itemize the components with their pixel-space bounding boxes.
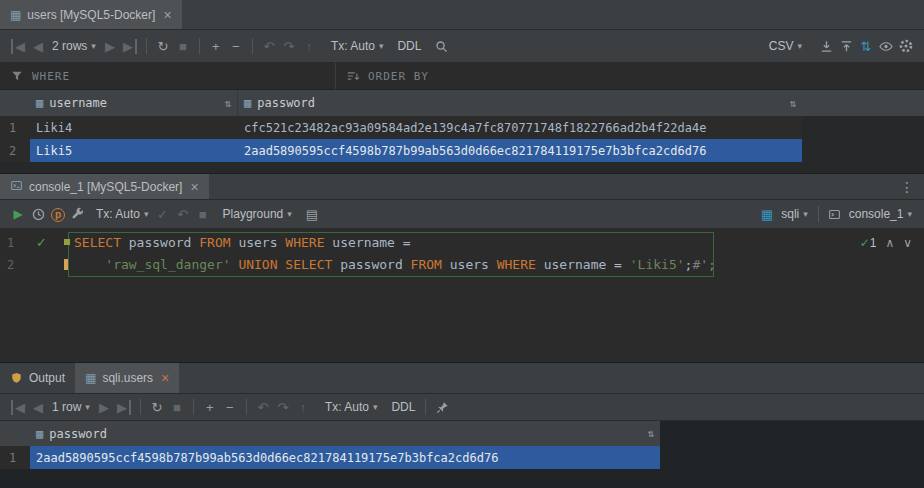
redo-icon[interactable]: ↷ (279, 40, 299, 53)
refresh-icon[interactable]: ↻ (147, 401, 167, 414)
run-icon[interactable]: ▶ (8, 208, 28, 220)
tab-console[interactable]: console_1 [MySQL5-Docker] × (0, 174, 209, 199)
cell-username[interactable]: Liki5 (30, 139, 238, 162)
close-icon[interactable]: × (161, 370, 169, 386)
search-icon[interactable] (431, 39, 451, 54)
data-toolbar: ◀ ◀ 2 rows▾ ▶ ▶ ↻ ■ + − ↶ ↷ ↑ Tx: Auto▾ … (0, 30, 924, 63)
schema-dropdown[interactable]: sqli▾ (777, 207, 812, 221)
stop-icon[interactable]: ■ (173, 40, 193, 53)
history-clock-icon[interactable] (28, 207, 48, 222)
code-line[interactable]: 'raw_sql_danger' UNION SELECT password F… (74, 254, 716, 276)
code-segment-plain: users (231, 235, 286, 250)
export-format-dropdown[interactable]: CSV▾ (765, 39, 806, 53)
gear-icon[interactable] (896, 38, 916, 54)
revert-icon[interactable]: ↶ (253, 401, 273, 414)
chevron-down-icon: ▾ (379, 41, 384, 51)
next-marker-icon[interactable]: ∨ (903, 236, 912, 250)
tx-mode-dropdown[interactable]: Tx: Auto▾ (321, 400, 382, 414)
parameters-icon[interactable]: p (48, 207, 68, 222)
ddl-button[interactable]: DDL (393, 39, 425, 53)
order-by-input[interactable]: ORDER BY (336, 63, 439, 89)
divider (193, 399, 194, 415)
cell-password[interactable]: 2aad5890595ccf4598b787b99ab563d0d66ec821… (30, 446, 660, 469)
tab-output[interactable]: Output (0, 363, 75, 393)
cell-password[interactable]: cfc521c23482ac93a09584ad2e139c4a7fc87077… (238, 116, 802, 139)
rollback-icon[interactable]: ↶ (173, 208, 193, 221)
eye-icon[interactable] (876, 39, 896, 54)
last-page-icon[interactable]: ▶ (114, 401, 134, 414)
chevron-down-icon: ▾ (85, 402, 90, 412)
table-row[interactable]: 1 Liki4 cfc521c23482ac93a09584ad2e139c4a… (0, 116, 802, 139)
prev-marker-icon[interactable]: ∧ (885, 236, 894, 250)
first-page-icon[interactable]: ◀ (8, 40, 28, 53)
revert-icon[interactable]: ↶ (259, 40, 279, 53)
column-header-password[interactable]: ▦ password ⇅ (30, 421, 660, 446)
output-layout-icon[interactable]: ▤ (302, 208, 322, 221)
divider (146, 38, 147, 54)
success-count: 1 (870, 236, 877, 250)
code-segment-plain: username = (536, 257, 630, 272)
stop-icon[interactable]: ■ (193, 208, 213, 221)
sql-editor[interactable]: 1 2 ✓ SELECT password FROM users WHERE u… (0, 229, 924, 362)
column-header-password[interactable]: ▦ password ⇅ (238, 90, 802, 116)
page-size-dropdown[interactable]: 2 rows▾ (48, 39, 100, 53)
console-tab-bar: console_1 [MySQL5-Docker] × ⋮ (0, 173, 924, 200)
tab-result-grid[interactable]: ▦ sqli.users × (75, 363, 179, 393)
where-filter-input[interactable]: WHERE (0, 63, 336, 89)
submit-icon[interactable]: ↑ (293, 401, 313, 414)
column-name: password (257, 96, 315, 110)
submit-icon[interactable]: ↑ (299, 40, 319, 53)
cell-username[interactable]: Liki4 (30, 116, 238, 139)
code-segment-string: 'Liki5' (630, 257, 685, 272)
code-line[interactable]: SELECT password FROM users WHERE usernam… (74, 232, 411, 254)
chevron-down-icon: ▾ (803, 209, 808, 219)
session-console-icon (825, 208, 845, 221)
close-icon[interactable]: × (163, 7, 171, 23)
playground-dropdown[interactable]: Playground▾ (219, 207, 296, 221)
previous-page-icon[interactable]: ◀ (28, 401, 48, 414)
next-page-icon[interactable]: ▶ (100, 40, 120, 53)
column-header-username[interactable]: ▦ username ⇅ (30, 90, 238, 116)
stop-icon[interactable]: ■ (167, 401, 187, 414)
tab-users-table[interactable]: ▦ users [MySQL5-Docker] × (0, 0, 182, 29)
success-check-icon: ✓ (36, 235, 47, 250)
table-row-selected[interactable]: 2 Liki5 2aad5890595ccf4598b787b99ab563d0… (0, 139, 802, 162)
cell-password[interactable]: 2aad5890595ccf4598b787b99ab563d0d66ec821… (238, 139, 802, 162)
refresh-icon[interactable]: ↻ (153, 40, 173, 53)
add-row-icon[interactable]: + (200, 401, 220, 414)
redo-icon[interactable]: ↷ (273, 401, 293, 414)
first-page-icon[interactable]: ◀ (8, 401, 28, 414)
delete-row-icon[interactable]: − (226, 40, 246, 53)
column-icon: ▦ (244, 96, 251, 110)
page-size-dropdown[interactable]: 1 row▾ (48, 400, 94, 414)
table-icon: ▦ (85, 371, 96, 385)
previous-page-icon[interactable]: ◀ (28, 40, 48, 53)
table-icon: ▦ (10, 8, 21, 22)
sort-icon[interactable]: ⇅ (647, 427, 654, 440)
chevron-down-icon: ▾ (373, 402, 378, 412)
export-up-icon[interactable] (836, 39, 856, 54)
wrench-icon[interactable] (68, 207, 88, 222)
compare-icon[interactable]: ⇅ (856, 40, 876, 53)
tx-mode-dropdown[interactable]: Tx: Auto▾ (92, 207, 153, 221)
download-icon[interactable] (816, 39, 836, 54)
result-row-selected[interactable]: 1 2aad5890595ccf4598b787b99ab563d0d66ec8… (0, 446, 660, 469)
last-page-icon[interactable]: ▶ (120, 40, 140, 53)
close-icon[interactable]: × (190, 179, 198, 195)
commit-icon[interactable]: ✓ (153, 208, 173, 221)
column-icon: ▦ (36, 427, 43, 441)
chevron-down-icon: ▾ (91, 41, 96, 51)
sort-icon[interactable]: ⇅ (224, 97, 231, 110)
chevron-down-icon: ▾ (144, 209, 149, 219)
session-dropdown[interactable]: console_1▾ (845, 207, 916, 221)
divider (425, 399, 426, 415)
delete-row-icon[interactable]: − (220, 401, 240, 414)
pin-icon[interactable] (432, 400, 452, 415)
tx-mode-dropdown[interactable]: Tx: Auto▾ (327, 39, 388, 53)
next-page-icon[interactable]: ▶ (94, 401, 114, 414)
sort-icon[interactable]: ⇅ (789, 97, 796, 110)
more-options-icon[interactable]: ⋮ (890, 174, 924, 199)
panel-gap (0, 162, 924, 173)
ddl-button[interactable]: DDL (387, 400, 419, 414)
add-row-icon[interactable]: + (206, 40, 226, 53)
